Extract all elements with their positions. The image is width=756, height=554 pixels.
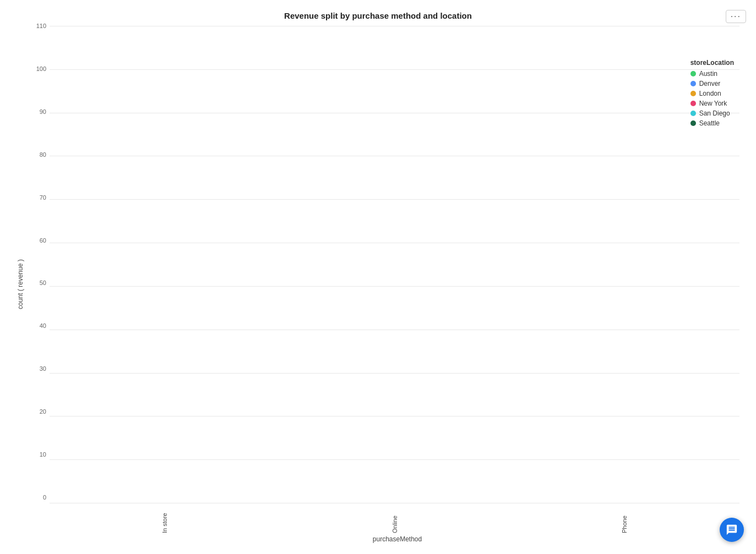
legend-label: Austin	[699, 70, 717, 78]
y-axis-label: count ( revenue )	[11, 26, 28, 543]
y-tick-label: 60	[28, 237, 48, 243]
y-tick-label: 50	[28, 280, 48, 286]
legend-label: Seattle	[699, 119, 720, 127]
x-axis-label: Online	[280, 506, 510, 533]
legend-title: storeLocation	[690, 59, 734, 67]
legend-color-dot	[690, 111, 696, 116]
y-tick-label: 0	[28, 494, 48, 500]
grid-and-bars: 1101009080706050403020100	[28, 26, 745, 503]
legend-label: New York	[699, 100, 727, 107]
chat-icon	[726, 524, 738, 536]
y-tick-label: 70	[28, 194, 48, 200]
x-axis-title: purchaseMethod	[50, 535, 745, 543]
legend-item: San Diego	[690, 109, 734, 117]
legend-color-dot	[690, 101, 696, 106]
legend-label: London	[699, 90, 721, 97]
legend-color-dot	[690, 120, 696, 126]
y-tick-label: 100	[28, 65, 48, 72]
y-tick-label: 20	[28, 409, 48, 415]
chart-title: Revenue split by purchase method and loc…	[284, 11, 472, 20]
x-axis-label: Phone	[509, 506, 739, 533]
y-tick-label: 40	[28, 323, 48, 329]
y-tick-label: 90	[28, 108, 48, 114]
chart-area: count ( revenue ) 1101009080706050403020…	[11, 26, 745, 543]
y-tick-label: 30	[28, 366, 48, 372]
legend: storeLocationAustinDenverLondonNew YorkS…	[690, 59, 734, 129]
legend-item: Austin	[690, 70, 734, 78]
x-axis-labels: In storeOnlinePhone	[50, 506, 739, 533]
y-tick-label: 10	[28, 452, 48, 458]
chart-container: Revenue split by purchase method and loc…	[0, 0, 756, 554]
y-tick-label: 80	[28, 151, 48, 157]
legend-label: San Diego	[699, 109, 730, 117]
legend-color-dot	[690, 71, 696, 76]
bars-area	[50, 26, 739, 503]
chart-inner: 1101009080706050403020100 In storeOnline…	[28, 26, 745, 543]
legend-color-dot	[690, 91, 696, 96]
legend-color-dot	[690, 81, 696, 86]
legend-item: Denver	[690, 80, 734, 87]
menu-button[interactable]: ···	[726, 10, 746, 23]
y-tick-labels: 1101009080706050403020100	[28, 26, 48, 503]
legend-item: New York	[690, 100, 734, 107]
x-axis-label: In store	[50, 506, 280, 533]
y-tick-label: 110	[28, 23, 48, 29]
chat-button[interactable]	[720, 518, 744, 542]
legend-item: Seattle	[690, 119, 734, 127]
legend-item: London	[690, 90, 734, 97]
legend-label: Denver	[699, 80, 721, 87]
